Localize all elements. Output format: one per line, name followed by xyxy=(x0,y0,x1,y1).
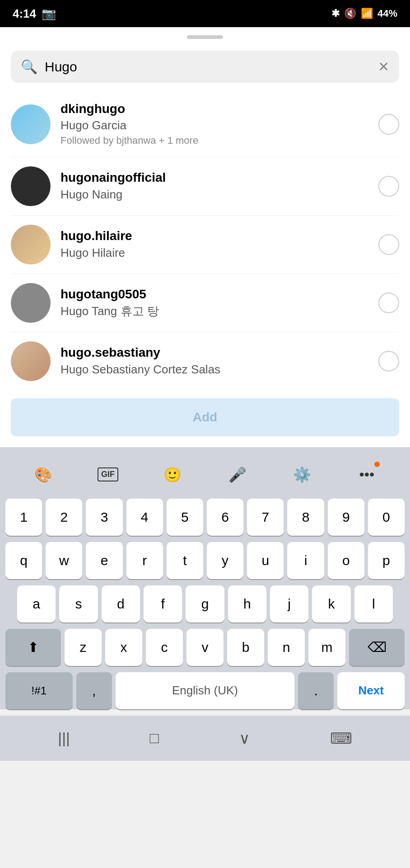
search-bar: 🔍 ✕ xyxy=(11,51,399,83)
list-item[interactable]: hugo.hilaire Hugo Hilaire xyxy=(11,216,399,274)
user-list: dkinghugo Hugo Garcia Followed by bjthan… xyxy=(0,92,410,390)
gif-button[interactable]: GIF xyxy=(92,459,124,491)
key-c[interactable]: c xyxy=(146,629,183,666)
search-icon: 🔍 xyxy=(21,59,37,75)
key-9[interactable]: 9 xyxy=(328,499,364,536)
key-o[interactable]: o xyxy=(328,542,364,579)
space-key[interactable]: English (UK) xyxy=(116,672,294,709)
list-item[interactable]: hugotang0505 Hugo Tang 휴고 탕 xyxy=(11,274,399,332)
qwerty-row: q w e r t y u i o p xyxy=(4,542,406,579)
key-n[interactable]: n xyxy=(268,629,305,666)
key-p[interactable]: p xyxy=(368,542,405,579)
key-s[interactable]: s xyxy=(59,585,98,623)
status-bar: 4:14 📷 ✱ 🔇 📶 44% xyxy=(0,0,410,27)
keyboard-button[interactable]: ⌨ xyxy=(317,725,366,752)
zxcv-row: ⬆ z x c v b n m ⌫ xyxy=(4,629,406,666)
username: hugotang0505 xyxy=(61,286,378,302)
display-name: Hugo Garcia xyxy=(61,117,378,133)
number-row: 1 2 3 4 5 6 7 8 9 0 xyxy=(4,499,406,536)
status-right: ✱ 🔇 📶 44% xyxy=(331,8,397,19)
bluetooth-icon: ✱ xyxy=(331,8,340,19)
mute-icon: 🔇 xyxy=(344,8,356,19)
key-y[interactable]: y xyxy=(207,542,243,579)
select-circle[interactable] xyxy=(378,176,399,197)
drag-handle[interactable] xyxy=(187,35,223,39)
key-4[interactable]: 4 xyxy=(126,499,163,536)
key-z[interactable]: z xyxy=(65,629,102,666)
back-button[interactable]: ||| xyxy=(44,725,84,751)
search-input[interactable] xyxy=(45,59,371,75)
key-6[interactable]: 6 xyxy=(207,499,243,536)
key-l[interactable]: l xyxy=(354,585,393,623)
shift-key[interactable]: ⬆ xyxy=(5,629,61,666)
battery: 44% xyxy=(377,8,397,19)
key-d[interactable]: d xyxy=(102,585,140,623)
key-a[interactable]: a xyxy=(17,585,56,623)
key-5[interactable]: 5 xyxy=(167,499,203,536)
select-circle[interactable] xyxy=(378,114,399,135)
symbol-key[interactable]: !#1 xyxy=(5,672,73,709)
key-0[interactable]: 0 xyxy=(368,499,405,536)
key-w[interactable]: w xyxy=(46,542,82,579)
search-area: 🔍 ✕ xyxy=(0,43,410,92)
clear-button[interactable]: ✕ xyxy=(378,59,389,75)
select-circle[interactable] xyxy=(378,234,399,255)
key-7[interactable]: 7 xyxy=(247,499,284,536)
select-circle[interactable] xyxy=(378,292,399,313)
key-8[interactable]: 8 xyxy=(287,499,324,536)
keyboard-toolbar: 🎨 GIF 🙂 🎤 ⚙️ ••• xyxy=(4,454,406,499)
followed-by: Followed by bjthanwa + 1 more xyxy=(61,134,378,148)
display-name: Hugo Tang 휴고 탕 xyxy=(61,303,378,319)
comma-key[interactable]: , xyxy=(76,672,112,709)
key-t[interactable]: t xyxy=(167,542,203,579)
key-f[interactable]: f xyxy=(144,585,182,623)
key-e[interactable]: e xyxy=(86,542,122,579)
key-v[interactable]: v xyxy=(186,629,224,666)
key-r[interactable]: r xyxy=(126,542,163,579)
key-b[interactable]: b xyxy=(227,629,264,666)
key-j[interactable]: j xyxy=(270,585,308,623)
avatar xyxy=(11,166,51,206)
key-k[interactable]: k xyxy=(312,585,350,623)
emoji-button[interactable]: 🙂 xyxy=(157,459,188,491)
key-u[interactable]: u xyxy=(247,542,284,579)
key-q[interactable]: q xyxy=(5,542,42,579)
key-g[interactable]: g xyxy=(186,585,224,623)
add-button[interactable]: Add xyxy=(11,398,399,436)
list-item[interactable]: hugonaingofficial Hugo Naing xyxy=(11,157,399,216)
key-3[interactable]: 3 xyxy=(86,499,122,536)
asdf-row: a s d f g h j k l xyxy=(4,585,406,623)
more-button[interactable]: ••• xyxy=(351,459,382,491)
avatar xyxy=(11,104,51,144)
time: 4:14 xyxy=(13,7,36,21)
home-button[interactable]: □ xyxy=(136,725,173,751)
select-circle[interactable] xyxy=(378,351,399,372)
username: hugonaingofficial xyxy=(61,170,378,186)
key-x[interactable]: x xyxy=(105,629,142,666)
key-h[interactable]: h xyxy=(228,585,266,623)
drag-handle-area xyxy=(0,27,410,43)
key-m[interactable]: m xyxy=(308,629,345,666)
camera-icon: 📷 xyxy=(42,7,56,21)
settings-button[interactable]: ⚙️ xyxy=(286,459,318,491)
period-key[interactable]: . xyxy=(298,672,334,709)
key-2[interactable]: 2 xyxy=(46,499,82,536)
display-name: Hugo Sebastiany Cortez Salas xyxy=(61,361,378,377)
bottom-row: !#1 , English (UK) . Next xyxy=(4,672,406,709)
backspace-key[interactable]: ⌫ xyxy=(349,629,405,666)
next-key[interactable]: Next xyxy=(337,672,405,709)
avatar xyxy=(11,283,51,323)
sticker-button[interactable]: 🎨 xyxy=(28,459,59,491)
username: hugo.hilaire xyxy=(61,228,378,244)
voice-button[interactable]: 🎤 xyxy=(222,459,253,491)
list-item[interactable]: hugo.sebastiany Hugo Sebastiany Cortez S… xyxy=(11,332,399,390)
display-name: Hugo Hilaire xyxy=(61,245,378,261)
list-item[interactable]: dkinghugo Hugo Garcia Followed by bjthan… xyxy=(11,92,399,157)
status-left: 4:14 📷 xyxy=(13,7,56,21)
recents-button[interactable]: ∨ xyxy=(225,725,264,752)
add-button-area: Add xyxy=(0,390,410,447)
display-name: Hugo Naing xyxy=(61,186,378,203)
key-1[interactable]: 1 xyxy=(5,499,42,536)
keyboard-area: 🎨 GIF 🙂 🎤 ⚙️ ••• 1 2 3 4 5 6 7 8 9 0 q w… xyxy=(0,447,410,709)
key-i[interactable]: i xyxy=(287,542,324,579)
